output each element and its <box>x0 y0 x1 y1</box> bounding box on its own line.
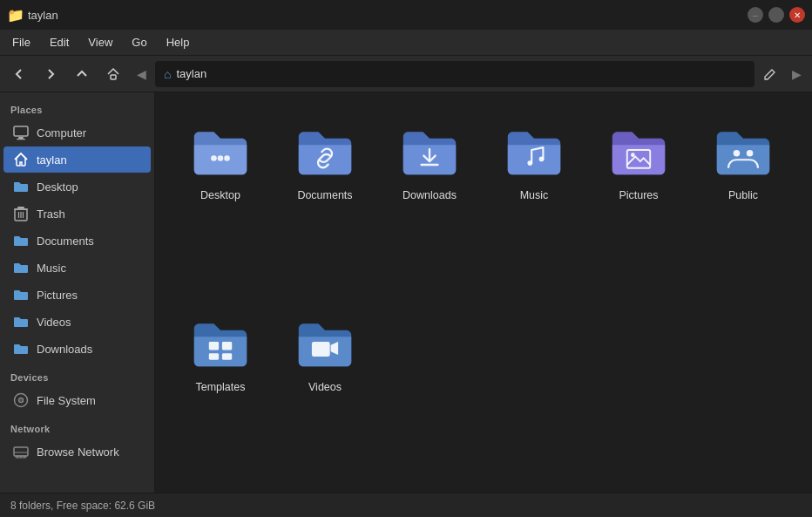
home-button[interactable] <box>99 60 127 88</box>
downloads-folder-icon-grid <box>398 119 461 181</box>
sidebar-item-computer[interactable]: Computer <box>3 119 151 146</box>
menu-go[interactable]: Go <box>123 32 155 52</box>
svg-point-7 <box>20 399 22 401</box>
desktop-label: Desktop <box>200 188 240 202</box>
menu-bar: File Edit View Go Help <box>0 30 812 56</box>
menu-edit[interactable]: Edit <box>41 32 78 52</box>
videos-folder-icon-grid <box>294 310 356 373</box>
disk-icon <box>12 391 30 409</box>
sidebar-item-browse-network[interactable]: Browse Network <box>3 439 151 465</box>
svg-point-14 <box>539 157 545 162</box>
sidebar-label-downloads: Downloads <box>37 343 92 356</box>
svg-rect-20 <box>222 342 232 350</box>
svg-point-18 <box>747 150 754 157</box>
sidebar-label-pictures: Pictures <box>37 289 78 302</box>
file-area: Desktop Documents <box>155 92 812 493</box>
file-item-downloads[interactable]: Downloads <box>382 110 477 293</box>
sidebar-label-computer: Computer <box>37 126 86 139</box>
sidebar-devices-label: Devices <box>0 367 154 386</box>
videos-label: Videos <box>308 380 342 394</box>
svg-point-10 <box>211 155 217 161</box>
public-label: Public <box>728 188 758 202</box>
videos-folder-icon <box>12 313 30 330</box>
templates-folder-icon-grid <box>189 310 252 373</box>
breadcrumb-home-icon: ⌂ <box>164 67 171 81</box>
pictures-label: Pictures <box>619 188 658 202</box>
svg-rect-8 <box>14 447 28 456</box>
sidebar-item-documents[interactable]: Documents <box>3 228 151 254</box>
sidebar-item-videos[interactable]: Videos <box>3 309 151 335</box>
svg-rect-2 <box>18 137 24 139</box>
sidebar-label-taylan: taylan <box>37 153 67 167</box>
svg-rect-23 <box>312 342 330 357</box>
sidebar-item-downloads[interactable]: Downloads <box>3 336 151 362</box>
file-item-documents[interactable]: Documents <box>277 110 373 293</box>
sidebar-label-music: Music <box>37 262 66 275</box>
svg-point-13 <box>527 160 532 166</box>
documents-folder-icon <box>12 232 30 249</box>
breadcrumb-right-button[interactable]: ▶ <box>786 60 807 88</box>
sidebar-item-trash[interactable]: Trash <box>3 201 151 227</box>
file-item-music[interactable]: Music <box>486 110 582 293</box>
file-item-pictures[interactable]: Pictures <box>591 110 687 293</box>
file-item-desktop[interactable]: Desktop <box>173 110 268 293</box>
svg-rect-1 <box>14 126 28 136</box>
minimize-button[interactable]: – <box>748 7 763 23</box>
music-label: Music <box>520 188 549 202</box>
sidebar-places-label: Places <box>0 99 154 119</box>
breadcrumb-path: taylan <box>176 67 206 80</box>
file-item-public[interactable]: Public <box>695 110 791 293</box>
sidebar-network-label: Network <box>0 418 154 438</box>
menu-help[interactable]: Help <box>158 32 199 52</box>
breadcrumb-bar: ⌂ taylan <box>155 61 754 87</box>
sidebar-label-videos: Videos <box>37 316 71 329</box>
close-button[interactable]: ✕ <box>789 7 805 23</box>
downloads-label: Downloads <box>403 188 457 202</box>
svg-rect-3 <box>17 139 25 139</box>
file-item-templates[interactable]: Templates <box>173 302 268 485</box>
window-controls: – ✕ <box>748 7 805 23</box>
menu-file[interactable]: File <box>3 32 39 52</box>
sidebar-item-desktop[interactable]: Desktop <box>3 173 151 200</box>
window-title: taylan <box>28 9 58 22</box>
title-bar: 📁 taylan – ✕ <box>0 0 812 30</box>
back-button[interactable] <box>5 60 33 88</box>
music-folder-icon-grid <box>503 119 565 181</box>
svg-point-17 <box>734 150 741 157</box>
edit-path-button[interactable] <box>758 62 782 86</box>
downloads-folder-icon <box>12 340 30 357</box>
file-item-videos[interactable]: Videos <box>277 302 373 485</box>
computer-icon <box>12 124 30 141</box>
home-icon <box>12 151 30 168</box>
maximize-button[interactable] <box>768 7 784 23</box>
breadcrumb-left-button[interactable]: ◀ <box>131 60 152 88</box>
documents-label: Documents <box>297 188 352 202</box>
sidebar-label-browse-network: Browse Network <box>37 446 119 459</box>
sidebar-label-filesystem: File System <box>37 394 96 407</box>
templates-label: Templates <box>196 380 246 394</box>
svg-rect-0 <box>111 75 116 79</box>
svg-point-12 <box>224 155 230 161</box>
pictures-folder-icon <box>12 286 30 303</box>
sidebar-item-music[interactable]: Music <box>3 255 151 281</box>
svg-rect-19 <box>209 342 219 350</box>
sidebar-label-trash: Trash <box>37 207 65 221</box>
network-icon <box>12 443 30 460</box>
main-area: Places Computer taylan <box>0 92 812 493</box>
documents-folder-icon-grid <box>294 119 356 181</box>
status-text: 8 folders, Free space: 62.6 GiB <box>10 500 155 512</box>
sidebar-item-taylan[interactable]: taylan <box>3 146 151 173</box>
trash-icon <box>12 205 30 222</box>
menu-view[interactable]: View <box>79 32 121 52</box>
sidebar-item-pictures[interactable]: Pictures <box>3 282 151 308</box>
svg-rect-22 <box>222 353 232 360</box>
up-button[interactable] <box>68 60 96 88</box>
toolbar: ◀ ⌂ taylan ▶ <box>0 56 812 92</box>
sidebar-item-filesystem[interactable]: File System <box>3 387 151 413</box>
svg-rect-21 <box>209 353 219 360</box>
status-bar: 8 folders, Free space: 62.6 GiB <box>0 493 812 517</box>
pictures-folder-icon-grid <box>607 119 670 181</box>
forward-button[interactable] <box>37 60 64 88</box>
svg-point-11 <box>218 155 224 161</box>
desktop-folder-icon <box>189 119 252 181</box>
